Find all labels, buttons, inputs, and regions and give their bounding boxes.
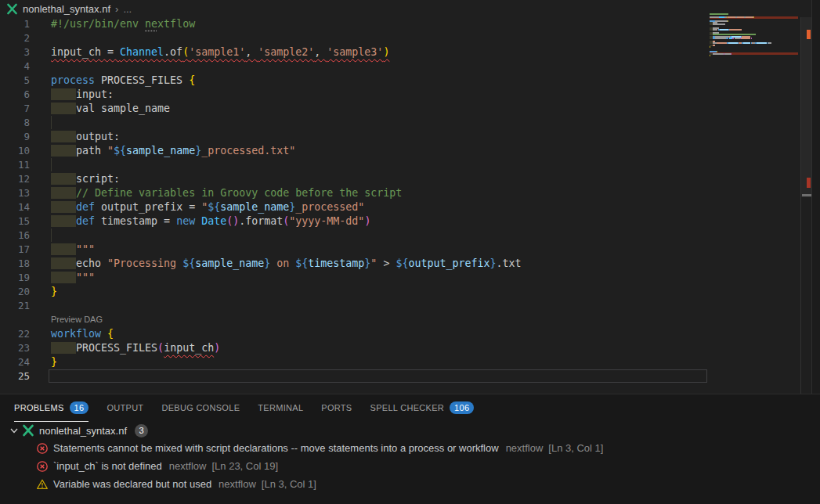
- breadcrumb[interactable]: nonlethal_syntax.nf › ...: [0, 0, 811, 17]
- current-line-highlight: [49, 369, 707, 383]
- code-line[interactable]: 10 path "${sample_name}_processed.txt": [0, 144, 710, 158]
- code-line[interactable]: 13 // Define variables in Groovy code be…: [0, 186, 710, 200]
- code-line[interactable]: 18 echo "Processing ${sample_name} on ${…: [0, 257, 710, 271]
- indent-highlight: [51, 342, 76, 354]
- code-token: _processed": [295, 201, 364, 213]
- panel-tab-ports[interactable]: PORTS: [321, 394, 352, 422]
- warning-icon: [36, 478, 49, 491]
- code-token: timestamp =: [95, 215, 176, 227]
- code-line[interactable]: 16: [0, 229, 710, 243]
- line-number[interactable]: 5: [0, 74, 30, 88]
- code-editor[interactable]: 1#!/usr/bin/env nextflow23input_ch = Cha…: [0, 17, 710, 394]
- minimap-code-segment: [741, 38, 751, 39]
- code-line[interactable]: 11: [0, 158, 710, 172]
- line-number[interactable]: 25: [0, 369, 30, 383]
- code-line[interactable]: 3input_ch = Channel.of('sample1', 'sampl…: [0, 45, 710, 59]
- line-number[interactable]: 4: [0, 59, 30, 74]
- code-line[interactable]: 4: [0, 59, 710, 74]
- code-token: 'sample3': [327, 46, 383, 58]
- line-number[interactable]: 20: [0, 285, 30, 299]
- line-number[interactable]: 8: [0, 116, 30, 130]
- code-line[interactable]: 19 """: [0, 271, 710, 285]
- panel-tab-terminal[interactable]: TERMINAL: [258, 394, 303, 422]
- code-line[interactable]: 21: [0, 299, 710, 313]
- code-line[interactable]: 7 val sample_name: [0, 102, 710, 116]
- line-number[interactable]: 2: [0, 31, 30, 45]
- minimap[interactable]: [710, 13, 800, 394]
- code-line[interactable]: 9 output:: [0, 130, 710, 144]
- problem-row[interactable]: Variable was declared but not usednextfl…: [0, 475, 820, 493]
- panel-tab-debug-console[interactable]: DEBUG CONSOLE: [161, 394, 240, 422]
- code-line[interactable]: 20}: [0, 285, 710, 299]
- line-number[interactable]: 7: [0, 102, 30, 116]
- code-line[interactable]: 6 input:: [0, 88, 710, 102]
- line-number[interactable]: 11: [0, 158, 30, 172]
- line-number[interactable]: 23: [0, 341, 30, 355]
- line-number[interactable]: 24: [0, 355, 30, 369]
- code-line[interactable]: 23 PROCESS_FILES(input_ch): [0, 341, 710, 355]
- line-number[interactable]: 12: [0, 172, 30, 186]
- line-number[interactable]: 14: [0, 200, 30, 214]
- line-number[interactable]: 1: [0, 17, 30, 31]
- line-number[interactable]: 21: [0, 299, 30, 313]
- line-number[interactable]: 16: [0, 229, 30, 243]
- code-line[interactable]: 24}: [0, 355, 710, 369]
- line-number[interactable]: 19: [0, 271, 30, 285]
- minimap-code-segment: [757, 42, 768, 44]
- line-number[interactable]: 3: [0, 45, 30, 59]
- chevron-down-icon[interactable]: [8, 424, 20, 437]
- indent-highlight: [51, 272, 76, 283]
- panel-tab-problems[interactable]: PROBLEMS16: [14, 394, 89, 422]
- minimap-code-segment: [768, 42, 771, 44]
- code-token: Date: [201, 215, 226, 227]
- problem-message: Statements cannot be mixed with script d…: [53, 442, 499, 454]
- line-number[interactable]: 18: [0, 257, 30, 271]
- overview-ruler-error-marker-top: [807, 30, 811, 39]
- codelens-preview-dag[interactable]: Preview DAG: [0, 313, 710, 327]
- line-number[interactable]: 17: [0, 243, 30, 257]
- line-number[interactable]: 22: [0, 327, 30, 341]
- problem-row[interactable]: Statements cannot be mixed with script d…: [0, 439, 820, 457]
- problem-row[interactable]: `input_ch` is not definednextflow[Ln 23,…: [0, 457, 820, 475]
- line-number[interactable]: 15: [0, 214, 30, 229]
- minimap-code-segment: [729, 29, 742, 31]
- code-token: def: [76, 215, 95, 227]
- code-token: ): [383, 46, 389, 58]
- code-line[interactable]: 22workflow {: [0, 327, 710, 341]
- panel-tab-spell-checker[interactable]: SPELL CHECKER106: [370, 394, 475, 422]
- code-token: input_ch: [164, 342, 214, 354]
- problems-file-group[interactable]: nonlethal_syntax.nf 3: [0, 422, 820, 439]
- code-line[interactable]: 1#!/usr/bin/env nextflow: [0, 17, 710, 31]
- line-number[interactable]: 13: [0, 186, 30, 200]
- error-squiggle: input_ch = Channel.of('sample1', 'sample…: [51, 46, 389, 58]
- code-line[interactable]: 5process PROCESS_FILES {: [0, 74, 710, 88]
- panel-tab-output[interactable]: OUTPUT: [107, 394, 143, 422]
- breadcrumb-more[interactable]: ...: [123, 3, 132, 15]
- code-line[interactable]: 2: [0, 31, 710, 45]
- code-line[interactable]: 8: [0, 116, 710, 130]
- minimap-code-segment: [737, 16, 744, 18]
- minimap-code-segment: [728, 20, 728, 22]
- problem-source: nextflow: [219, 478, 256, 490]
- problem-message: Variable was declared but not used: [53, 478, 211, 490]
- code-token: (: [157, 342, 164, 354]
- code-token: ${: [114, 145, 126, 157]
- code-token: ,: [245, 46, 258, 58]
- code-line[interactable]: 25: [0, 369, 710, 383]
- code-token: ,: [314, 46, 327, 58]
- indent-highlight: [51, 201, 76, 213]
- line-number[interactable]: 9: [0, 130, 30, 144]
- code-line[interactable]: 14 def output_prefix = "${sample_name}_p…: [0, 200, 710, 214]
- code-token: ${: [295, 257, 308, 269]
- vertical-scrollbar[interactable]: [800, 17, 811, 394]
- scrollbar-slider[interactable]: [801, 17, 812, 197]
- code-line[interactable]: 17 """: [0, 243, 710, 257]
- line-number[interactable]: 6: [0, 88, 30, 102]
- code-token: PROCESS_FILES: [95, 74, 189, 86]
- code-line[interactable]: 15 def timestamp = new Date().format("yy…: [0, 214, 710, 229]
- code-line[interactable]: 12 script:: [0, 172, 710, 186]
- line-number[interactable]: 10: [0, 144, 30, 158]
- breadcrumb-file[interactable]: nonlethal_syntax.nf: [23, 3, 110, 15]
- code-token: script:: [76, 173, 120, 185]
- minimap-code-segment: [746, 16, 753, 18]
